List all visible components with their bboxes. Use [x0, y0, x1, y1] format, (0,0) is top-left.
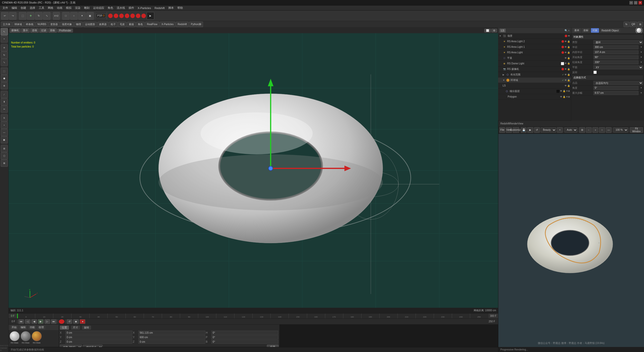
- move-tool[interactable]: ✛: [27, 12, 34, 20]
- eye-rslight1[interactable]: 👁: [565, 46, 567, 48]
- rs-zoom-in[interactable]: ＋: [592, 127, 598, 133]
- scene-filter-icon[interactable]: ≡: [568, 29, 570, 32]
- rotate-tool[interactable]: ↻: [35, 12, 43, 20]
- scene-item-scene[interactable]: ▼ ⬛ 场景 👁: [498, 33, 571, 39]
- redo-button[interactable]: ↪: [9, 12, 17, 20]
- rs-res-select[interactable]: Auto: [565, 127, 577, 133]
- render-button[interactable]: ▶: [147, 12, 154, 20]
- knife-tool[interactable]: ∕: [1, 91, 8, 98]
- prop-angle-val[interactable]: [593, 86, 638, 90]
- rs-grid-btn[interactable]: ⊞: [579, 127, 585, 133]
- go-start-button[interactable]: ⏮: [18, 319, 24, 324]
- tab-size[interactable]: 尺寸: [71, 326, 80, 330]
- menu-select[interactable]: 选择: [28, 6, 37, 10]
- lock-polygon[interactable]: 🔒: [563, 96, 566, 98]
- scene-objects[interactable]: 场景对象: [60, 22, 74, 27]
- lock-pingmou[interactable]: 🔒: [567, 57, 570, 59]
- paint-tool[interactable]: ⬡: [1, 152, 8, 159]
- undo-button[interactable]: ↩: [1, 12, 9, 20]
- tab-position[interactable]: 位置: [60, 326, 69, 330]
- go-end-button[interactable]: ⏭: [51, 319, 57, 324]
- rs-fit-btn[interactable]: Fit Windov: [630, 127, 643, 133]
- eye-polygon[interactable]: 👁: [560, 96, 562, 98]
- scale-object[interactable]: ⤡: [1, 59, 8, 66]
- poly-mode[interactable]: ▣: [1, 136, 8, 143]
- rs-customize-menu[interactable]: Customize: [513, 127, 519, 133]
- lock-lr[interactable]: 🔒: [567, 73, 570, 76]
- viewport-icons[interactable]: ⊞: [637, 22, 643, 27]
- snap-tool[interactable]: S: [1, 114, 8, 121]
- menu-mesh[interactable]: 网格: [46, 6, 55, 10]
- prop-maxstep-val[interactable]: [593, 91, 638, 95]
- rs-zoom-out[interactable]: －: [586, 127, 592, 133]
- prop-type-val[interactable]: 圆环: [593, 40, 643, 44]
- viewport-fx[interactable]: fx: [624, 22, 629, 27]
- scene-item-rsdome[interactable]: ⊕ RS Dome Light 👁 🔒: [498, 61, 571, 66]
- scene-item-huanjiu[interactable]: ▼ 环球域 ✓ 👁 🔒: [498, 77, 571, 83]
- menu-create[interactable]: 创建: [19, 6, 28, 10]
- sphere-tool[interactable]: ○: [70, 12, 78, 20]
- eye-rslight0[interactable]: 👁: [565, 51, 567, 54]
- eye-sl[interactable]: 👁: [560, 90, 562, 93]
- particles-btn[interactable]: 粒子: [109, 22, 117, 27]
- bridge-tool[interactable]: ⤔: [1, 106, 8, 113]
- vp-prorender-btn[interactable]: ProRender: [57, 29, 73, 32]
- lock-rslight0[interactable]: 🔒: [567, 51, 570, 54]
- sketch-btn[interactable]: 素描: [127, 22, 136, 27]
- select-loop[interactable]: ⊕: [1, 82, 8, 89]
- autokey-btn[interactable]: ●: [80, 319, 85, 324]
- texture-tool[interactable]: ⊞: [1, 145, 8, 152]
- render-dot-5[interactable]: [130, 14, 135, 18]
- t-p-val[interactable]: [211, 335, 278, 339]
- t-b-val[interactable]: [211, 340, 278, 344]
- scene-eye-0[interactable]: 👁: [568, 35, 570, 37]
- menu-simulate[interactable]: 模拟: [64, 6, 73, 10]
- play-back-button[interactable]: ◀: [31, 319, 37, 324]
- rs-refresh-btn[interactable]: ↺: [534, 127, 540, 133]
- redshift-toolbar[interactable]: Redshift: [176, 22, 189, 27]
- props-tab-basic[interactable]: 基本: [573, 28, 581, 33]
- teams-btn[interactable]: 角色: [136, 22, 145, 27]
- scene-item-rslight1[interactable]: ☀ RS Area Light 1 👁 🔒: [498, 44, 571, 50]
- render-dot-7[interactable]: [141, 14, 146, 18]
- point-mode[interactable]: •: [1, 122, 8, 129]
- prop-reverse-val[interactable]: [593, 71, 597, 74]
- select-tool[interactable]: ⬚: [19, 12, 26, 20]
- prop-innerradius-val[interactable]: [593, 50, 638, 54]
- menu-motion[interactable]: 运动追踪: [92, 6, 106, 10]
- viewport-qr[interactable]: QR: [630, 22, 637, 27]
- eye-hj[interactable]: 👁: [565, 79, 567, 81]
- rs-play-btn[interactable]: ▶: [527, 127, 533, 133]
- menu-sculpt[interactable]: 雕刻: [83, 6, 91, 10]
- menu-render[interactable]: 渲染: [73, 6, 82, 10]
- cube-prim[interactable]: 立方体: [1, 22, 12, 27]
- render-dot-6[interactable]: [136, 14, 140, 18]
- mat-tab-func[interactable]: 功能: [28, 325, 36, 329]
- scene-item-rscam[interactable]: 📷 RS 摄像机 👁 🔒: [498, 66, 571, 72]
- rs-circle-btn[interactable]: ○: [599, 127, 605, 133]
- hair-btn[interactable]: 毛发: [118, 22, 127, 27]
- lock-hj[interactable]: 🔒: [567, 79, 570, 81]
- close-button[interactable]: ✕: [638, 1, 642, 5]
- render-dot-4[interactable]: [125, 14, 129, 18]
- vp-camera-btn[interactable]: 摄像机: [10, 28, 21, 33]
- spline-tool[interactable]: 样条线: [24, 22, 35, 27]
- material-item-0[interactable]: RS Mate: [10, 331, 20, 344]
- lock-rslight1[interactable]: 🔒: [567, 46, 570, 48]
- prop-startangle-val[interactable]: [593, 55, 638, 59]
- xyz-button[interactable]: XYZ: [53, 12, 60, 20]
- render-dot-1[interactable]: [108, 14, 113, 18]
- t-sx-val[interactable]: [138, 331, 205, 335]
- rs-mode-select[interactable]: Beauty: [541, 127, 556, 133]
- t-x-val[interactable]: [65, 331, 132, 335]
- keyframe-btn[interactable]: ◆: [73, 319, 79, 324]
- physics-btn[interactable]: 物理: [74, 22, 83, 27]
- lock-sl[interactable]: 🔒: [563, 90, 566, 93]
- nurbs-tool[interactable]: NURBS: [36, 22, 48, 27]
- scale-tool[interactable]: ⤡: [43, 12, 51, 20]
- add-tool[interactable]: +: [1, 35, 8, 42]
- t-z-val[interactable]: [65, 340, 132, 344]
- scene-item-pingmou[interactable]: □ 平某 👁 🔒: [498, 55, 571, 61]
- mograph-btn[interactable]: 运动图形: [83, 22, 97, 27]
- prev-frame-button[interactable]: ◁: [25, 319, 30, 324]
